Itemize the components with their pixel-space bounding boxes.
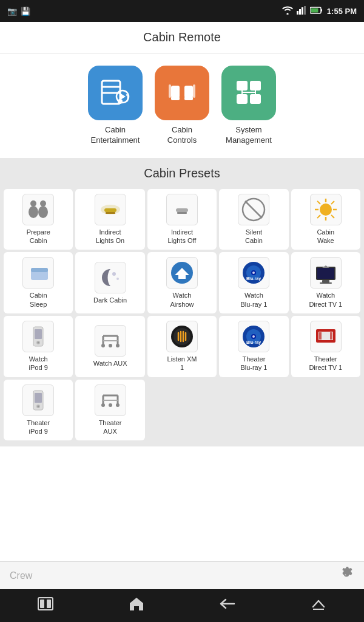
nav-up-button[interactable] xyxy=(298,592,339,619)
main-content: CabinEntertainment CabinControls xyxy=(0,53,364,561)
svg-rect-95 xyxy=(47,600,51,608)
svg-point-48 xyxy=(116,278,119,280)
watch-aux-label: Watch AUX xyxy=(93,359,127,367)
cabin-wake-label: CabinWake xyxy=(317,228,334,245)
preset-silent-cabin[interactable]: SilentCabin xyxy=(219,189,288,250)
prepare-cabin-label: PrepareCabin xyxy=(27,228,50,245)
nav-bar xyxy=(0,589,364,622)
preset-theater-aux[interactable]: TheaterAUX xyxy=(75,380,144,441)
svg-point-75 xyxy=(252,335,255,338)
theater-direct-tv-icon xyxy=(310,321,342,352)
svg-rect-19 xyxy=(250,81,261,91)
preset-watch-aux[interactable]: Watch AUX xyxy=(75,316,144,377)
preset-theater-bluray-1[interactable]: Blu-ray TheaterBlu-ray 1 xyxy=(219,316,288,377)
watch-direct-tv-1-label: WatchDirect TV 1 xyxy=(309,291,342,309)
svg-rect-12 xyxy=(171,86,180,98)
theater-ipod-icon xyxy=(22,384,54,416)
silent-cabin-label: SilentCabin xyxy=(245,228,263,245)
svg-text:Blu-ray: Blu-ray xyxy=(246,340,261,345)
title-bar: Cabin Remote xyxy=(0,22,364,53)
cabin-entertainment-button[interactable]: CabinEntertainment xyxy=(88,66,143,146)
svg-line-41 xyxy=(317,201,320,204)
preset-watch-direct-tv-1[interactable]: WatchDirect TV 1 xyxy=(291,252,360,313)
listen-xm-icon xyxy=(166,321,198,352)
watch-aux-icon xyxy=(95,325,126,357)
svg-rect-14 xyxy=(171,97,180,100)
silent-cabin-icon xyxy=(238,194,269,225)
presets-grid: PrepareCabin IndirectLights On xyxy=(0,186,364,446)
nav-back-button[interactable] xyxy=(207,592,248,619)
watch-bluray-icon: Blu-ray xyxy=(238,257,269,289)
svg-rect-1 xyxy=(299,9,301,15)
preset-theater-direct-tv-1[interactable]: TheaterDirect TV 1 xyxy=(291,316,360,377)
svg-line-43 xyxy=(331,201,334,204)
preset-watch-airshow[interactable]: WatchAirshow xyxy=(147,252,217,313)
status-bar: 📷 💾 1:55 PM xyxy=(0,0,364,22)
svg-text:Blu-ray: Blu-ray xyxy=(246,276,261,281)
watch-airshow-icon xyxy=(166,257,198,289)
bottom-bar: Crew xyxy=(0,561,364,589)
svg-point-69 xyxy=(109,344,112,347)
preset-indirect-lights-on[interactable]: IndirectLights On xyxy=(75,189,144,250)
watch-ipod-icon xyxy=(22,321,54,352)
nav-recents-button[interactable] xyxy=(25,592,66,619)
preset-watch-ipod-9[interactable]: WatchiPod 9 xyxy=(4,316,73,377)
svg-point-11 xyxy=(118,99,123,104)
svg-line-44 xyxy=(317,215,320,218)
system-management-label: SystemManagement xyxy=(226,125,272,146)
system-management-icon-box xyxy=(221,66,276,120)
cabin-sleep-icon xyxy=(22,257,54,289)
theater-aux-label: TheaterAUX xyxy=(99,419,122,436)
svg-point-68 xyxy=(116,344,120,347)
svg-rect-56 xyxy=(317,268,334,279)
cabin-controls-icon-box xyxy=(155,66,209,120)
preset-watch-bluray-1[interactable]: Blu-ray WatchBlu-ray 1 xyxy=(219,252,288,313)
system-management-button[interactable]: SystemManagement xyxy=(221,66,276,146)
svg-point-25 xyxy=(30,200,36,207)
svg-rect-81 xyxy=(330,332,332,340)
watch-airshow-label: WatchAirshow xyxy=(170,291,194,309)
dark-cabin-label: Dark Cabin xyxy=(93,296,127,304)
cabin-controls-button[interactable]: CabinControls xyxy=(155,66,209,146)
svg-point-85 xyxy=(38,405,39,407)
gear-icon[interactable] xyxy=(339,566,354,586)
presets-title: Cabin Presets xyxy=(0,158,364,186)
preset-cabin-sleep[interactable]: CabinSleep xyxy=(4,252,73,313)
svg-rect-18 xyxy=(237,81,248,91)
theater-aux-icon xyxy=(95,384,126,416)
theater-ipod-9-label: TheateriPod 9 xyxy=(27,419,50,436)
svg-rect-58 xyxy=(320,282,332,284)
svg-rect-46 xyxy=(31,268,48,272)
prepare-cabin-icon xyxy=(22,194,54,225)
cabin-wake-icon xyxy=(310,194,342,225)
svg-point-53 xyxy=(252,272,255,274)
preset-cabin-wake[interactable]: CabinWake xyxy=(291,189,360,250)
svg-point-92 xyxy=(109,403,112,407)
svg-point-71 xyxy=(174,328,190,345)
status-left-icons: 📷 💾 xyxy=(7,7,30,16)
nav-home-button[interactable] xyxy=(116,591,157,620)
preset-listen-xm-1[interactable]: Listen XM1 xyxy=(147,316,217,377)
svg-point-27 xyxy=(40,200,46,207)
top-icons-section: CabinEntertainment CabinControls xyxy=(0,53,364,158)
svg-rect-31 xyxy=(106,212,115,214)
watch-ipod-9-label: WatchiPod 9 xyxy=(29,355,48,372)
preset-prepare-cabin[interactable]: PrepareCabin xyxy=(4,189,73,250)
preset-dark-cabin[interactable]: Dark Cabin xyxy=(75,252,144,313)
svg-rect-94 xyxy=(40,600,44,608)
preset-indirect-lights-off[interactable]: IndirectLights Off xyxy=(147,189,217,250)
listen-xm-1-label: Listen XM1 xyxy=(167,355,197,372)
wifi-icon xyxy=(282,6,293,16)
svg-rect-83 xyxy=(35,393,42,403)
svg-rect-0 xyxy=(297,11,298,15)
svg-point-91 xyxy=(116,403,120,407)
presets-section: Cabin Presets PrepareCabin xyxy=(0,158,364,446)
preset-theater-ipod-9[interactable]: TheateriPod 9 xyxy=(4,380,73,441)
svg-rect-20 xyxy=(237,94,248,104)
notification-icon: 📷 xyxy=(7,7,17,16)
svg-rect-17 xyxy=(193,84,195,98)
cabin-entertainment-label: CabinEntertainment xyxy=(91,125,140,146)
svg-rect-57 xyxy=(322,280,329,282)
status-right: 1:55 PM xyxy=(282,6,357,16)
cabin-controls-label: CabinControls xyxy=(167,125,197,146)
